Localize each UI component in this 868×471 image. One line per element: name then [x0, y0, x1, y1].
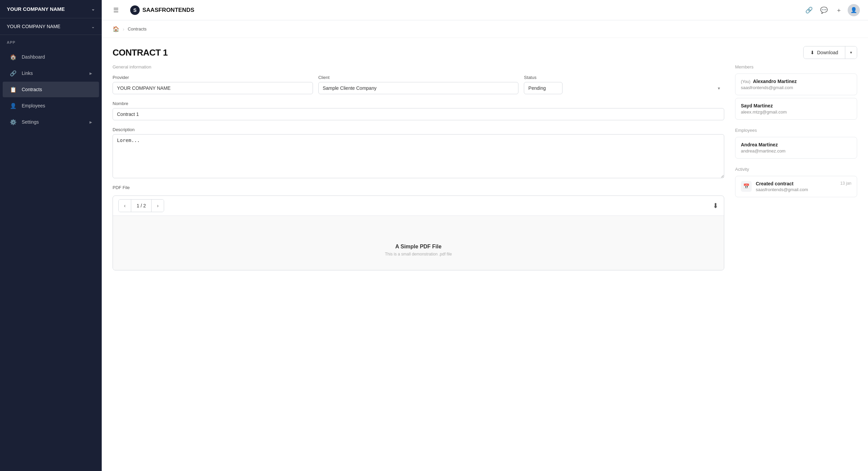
client-field-group: Client: [318, 75, 519, 94]
breadcrumb-current: Contracts: [128, 26, 147, 32]
download-icon: ⬇: [810, 50, 814, 55]
add-button[interactable]: ＋: [833, 4, 845, 16]
activity-section: Activity 📅 Created contract 13 jan saasf…: [735, 167, 857, 197]
topbar: ☰ S SAASFRONTENDS 🔗 💬 ＋ 👤: [102, 0, 868, 20]
content-area: 🏠 › Contracts CONTRACT 1 ⬇ Download ▾ Ge…: [102, 20, 868, 471]
breadcrumb: 🏠 › Contracts: [102, 20, 868, 38]
sidebar-item-settings[interactable]: ⚙️ Settings ▶: [3, 114, 99, 130]
sidebar-item-label: Settings: [22, 119, 90, 125]
description-textarea[interactable]: Lorem...: [113, 134, 724, 178]
member-name-text-0: Alexandro Martinez: [753, 79, 797, 84]
activity-email-0: saasfrontends@gmail.com: [756, 187, 851, 192]
status-field-group: Status Pending Active Completed: [524, 75, 724, 94]
status-label: Status: [524, 75, 724, 80]
employee-email-0: andrea@martinez.com: [741, 148, 851, 153]
member-card-0: (You) Alexandro Martinez saasfrontends@g…: [735, 74, 857, 95]
employees-section: Employees Andrea Martinez andrea@martine…: [735, 128, 857, 159]
pdf-file-subtitle: This is a small demonstration .pdf file: [385, 252, 452, 257]
app-section-label: APP: [0, 35, 102, 47]
provider-input[interactable]: [113, 82, 313, 94]
menu-toggle-button[interactable]: ☰: [110, 4, 122, 16]
download-dropdown-button[interactable]: ▾: [845, 46, 857, 59]
employees-label: Employees: [735, 128, 857, 133]
pdf-field-group: PDF File ‹ 1 / 2 › ⬇ A Simple PDF File: [113, 185, 724, 270]
provider-field-group: Provider: [113, 75, 313, 94]
employee-name-0: Andrea Martinez: [741, 142, 851, 147]
member-email-0: saasfrontends@gmail.com: [741, 85, 851, 90]
activity-body-0: Created contract 13 jan saasfrontends@gm…: [756, 181, 851, 192]
pdf-content-area: A Simple PDF File This is a small demons…: [113, 216, 724, 270]
member-email-1: aleex.mtzg@gmail.com: [741, 109, 851, 115]
home-icon: 🏠: [9, 53, 17, 61]
sidebar-item-label: Links: [22, 70, 90, 76]
chevron-right-icon: ▶: [90, 71, 92, 75]
activity-title-0: Created contract: [756, 181, 793, 186]
description-field-group: Description Lorem...: [113, 127, 724, 178]
download-label: Download: [817, 50, 838, 55]
company-second-label: YOUR COMPANY NAME: [7, 24, 60, 29]
description-label: Description: [113, 127, 724, 132]
sidebar-item-contracts[interactable]: 📋 Contracts: [3, 82, 99, 97]
chevron-right-icon: ▶: [90, 120, 92, 124]
sidebar-item-label: Dashboard: [22, 54, 92, 60]
home-breadcrumb-icon[interactable]: 🏠: [113, 26, 119, 32]
pdf-toolbar: ‹ 1 / 2 › ⬇: [113, 196, 724, 216]
activity-item-0: 📅 Created contract 13 jan saasfrontends@…: [735, 176, 857, 197]
sidebar-item-dashboard[interactable]: 🏠 Dashboard: [3, 49, 99, 65]
activity-date-0: 13 jan: [840, 181, 851, 186]
status-select-wrapper: Pending Active Completed: [524, 82, 724, 94]
company-selector-second[interactable]: YOUR COMPANY NAME ⌄: [0, 18, 102, 35]
two-col-layout: General information Provider Client Stat…: [102, 64, 868, 281]
client-input[interactable]: [318, 82, 519, 94]
pdf-next-button[interactable]: ›: [152, 200, 164, 212]
chat-icon-button[interactable]: 💬: [818, 4, 830, 16]
link-icon-button[interactable]: 🔗: [803, 4, 815, 16]
members-label: Members: [735, 64, 857, 69]
user-avatar[interactable]: 👤: [848, 4, 860, 16]
members-section: Members (You) Alexandro Martinez saasfro…: [735, 64, 857, 120]
pdf-label: PDF File: [113, 185, 724, 190]
sidebar: YOUR COMPANY NAME ⌄ YOUR COMPANY NAME ⌄ …: [0, 0, 102, 471]
main-column: General information Provider Client Stat…: [113, 64, 735, 270]
sidebar-item-employees[interactable]: 👤 Employees: [3, 98, 99, 114]
nombre-input[interactable]: [113, 108, 724, 120]
company-selector-top[interactable]: YOUR COMPANY NAME ⌄: [0, 0, 102, 18]
nombre-field-group: Nombre: [113, 101, 724, 120]
employee-card-0: Andrea Martinez andrea@martinez.com: [735, 137, 857, 159]
general-info-label: General information: [113, 64, 724, 69]
download-button-group: ⬇ Download ▾: [803, 46, 857, 59]
pdf-nav-controls: ‹ 1 / 2 ›: [118, 199, 164, 212]
chevron-down-icon: ⌄: [91, 6, 95, 12]
chevron-down-icon: ▾: [850, 50, 852, 55]
member-card-1: Sayd Martinez aleex.mtzg@gmail.com: [735, 98, 857, 120]
download-button[interactable]: ⬇ Download: [804, 46, 845, 59]
settings-icon: ⚙️: [9, 118, 17, 126]
client-label: Client: [318, 75, 519, 80]
member-name-text-1: Sayd Martinez: [741, 103, 773, 108]
app-logo: S SAASFRONTENDS: [130, 5, 797, 15]
sidebar-item-label: Contracts: [22, 87, 92, 92]
breadcrumb-separator: ›: [123, 26, 124, 32]
chevron-down-icon: ⌄: [91, 24, 95, 29]
contracts-icon: 📋: [9, 86, 17, 93]
sidebar-nav: 🏠 Dashboard 🔗 Links ▶ 📋 Contracts 👤 Empl…: [0, 47, 102, 132]
page-header: CONTRACT 1 ⬇ Download ▾: [102, 38, 868, 64]
pdf-prev-button[interactable]: ‹: [119, 200, 131, 212]
pdf-viewer: ‹ 1 / 2 › ⬇ A Simple PDF File This is a …: [113, 196, 724, 270]
member-name-1: Sayd Martinez: [741, 103, 851, 108]
you-badge: (You): [741, 79, 750, 84]
activity-label: Activity: [735, 167, 857, 172]
employees-icon: 👤: [9, 102, 17, 109]
nombre-label: Nombre: [113, 101, 724, 106]
link-icon: 🔗: [9, 69, 17, 77]
sidebar-item-links[interactable]: 🔗 Links ▶: [3, 65, 99, 81]
logo-circle: S: [130, 5, 140, 15]
activity-header-0: Created contract 13 jan: [756, 181, 851, 186]
pdf-file-title: A Simple PDF File: [395, 244, 441, 250]
side-column: Members (You) Alexandro Martinez saasfro…: [735, 64, 857, 270]
topbar-icons: 🔗 💬 ＋ 👤: [803, 4, 860, 16]
status-select[interactable]: Pending Active Completed: [524, 82, 563, 94]
logo-saas: SAASFRONTENDS: [142, 7, 194, 14]
company-top-label: YOUR COMPANY NAME: [7, 6, 65, 12]
pdf-download-button[interactable]: ⬇: [713, 202, 718, 210]
